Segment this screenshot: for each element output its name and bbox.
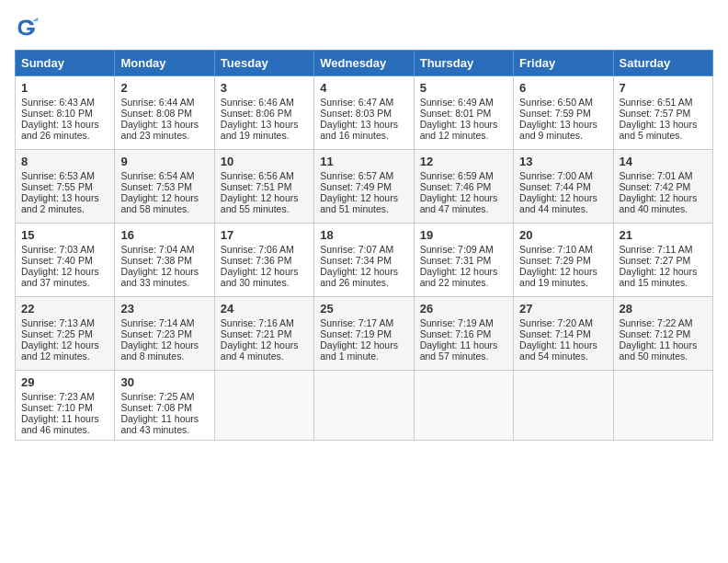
day-info: Sunrise: 6:47 AM [320,97,393,108]
day-info: Sunrise: 7:19 AM [420,317,494,328]
day-info: and 50 minutes. [620,350,688,362]
day-info: Daylight: 12 hours [120,339,199,350]
calendar-table: Sunday Monday Tuesday Wednesday Thursday… [15,50,713,441]
calendar-cell [414,371,513,441]
day-info: Daylight: 12 hours [21,339,99,350]
day-info: Sunset: 7:51 PM [221,181,292,192]
col-sunday: Sunday [16,51,115,76]
day-info: Sunset: 7:36 PM [221,255,292,266]
day-info: Daylight: 12 hours [120,266,199,277]
day-info: and 22 minutes. [420,277,489,288]
day-info: Sunset: 8:08 PM [120,108,192,119]
day-info: Daylight: 12 hours [420,192,498,203]
day-info: and 58 minutes. [120,203,189,214]
calendar-cell: 9Sunrise: 6:54 AMSunset: 7:53 PMDaylight… [115,150,214,224]
calendar-cell: 15Sunrise: 7:03 AMSunset: 7:40 PMDayligh… [16,224,115,297]
day-info: and 12 minutes. [21,350,90,362]
day-number: 12 [420,155,507,168]
calendar-cell: 6Sunrise: 6:50 AMSunset: 7:59 PMDaylight… [514,76,613,150]
day-number: 9 [120,155,208,168]
day-info: Sunset: 7:25 PM [21,328,93,339]
day-info: and 55 minutes. [221,203,290,214]
day-info: Sunrise: 7:22 AM [620,317,693,328]
day-number: 7 [620,81,707,95]
calendar-cell: 24Sunrise: 7:16 AMSunset: 7:21 PMDayligh… [214,297,313,371]
day-info: Sunrise: 7:17 AM [320,317,393,328]
day-number: 5 [420,81,507,95]
day-info: and 46 minutes. [21,424,90,435]
day-info: Sunset: 7:59 PM [519,108,591,119]
calendar-cell: 30Sunrise: 7:25 AMSunset: 7:08 PMDayligh… [115,371,214,441]
col-tuesday: Tuesday [214,51,313,76]
day-number: 27 [519,302,607,316]
calendar-cell: 26Sunrise: 7:19 AMSunset: 7:16 PMDayligh… [414,297,513,371]
day-info: Sunset: 7:44 PM [519,181,591,192]
day-number: 15 [21,228,108,242]
day-number: 3 [221,81,308,95]
day-info: Daylight: 11 hours [120,413,199,424]
day-info: Sunrise: 6:51 AM [620,97,693,108]
day-number: 19 [420,228,507,242]
calendar-cell: 8Sunrise: 6:53 AMSunset: 7:55 PMDaylight… [16,150,115,224]
day-info: Sunset: 7:42 PM [620,181,691,192]
day-info: and 54 minutes. [519,350,588,362]
day-info: Sunset: 7:53 PM [120,181,192,192]
calendar-cell: 23Sunrise: 7:14 AMSunset: 7:23 PMDayligh… [115,297,214,371]
day-info: Sunrise: 6:53 AM [21,170,95,181]
day-info: Sunrise: 7:09 AM [420,244,494,255]
day-info: Sunrise: 6:46 AM [221,97,294,108]
day-info: Daylight: 13 hours [519,119,597,130]
day-number: 22 [21,302,108,316]
col-friday: Friday [514,51,613,76]
day-number: 17 [221,228,308,242]
day-info: Sunset: 7:46 PM [420,181,492,192]
calendar-cell [314,371,414,441]
day-info: and 4 minutes. [221,350,284,362]
col-saturday: Saturday [613,51,712,76]
page-header [15,15,713,40]
day-info: Daylight: 12 hours [320,339,398,350]
day-info: Daylight: 12 hours [420,266,498,277]
day-info: Sunrise: 7:06 AM [221,244,294,255]
day-info: and 57 minutes. [420,350,489,362]
calendar-cell: 2Sunrise: 6:44 AMSunset: 8:08 PMDaylight… [115,76,214,150]
day-info: and 23 minutes. [120,130,189,141]
day-info: Sunset: 7:55 PM [21,181,93,192]
day-info: Sunset: 7:27 PM [620,255,691,266]
day-info: Daylight: 12 hours [620,192,698,203]
col-wednesday: Wednesday [314,51,414,76]
day-info: Sunrise: 7:10 AM [519,244,593,255]
day-info: Sunset: 7:49 PM [320,181,392,192]
calendar-cell: 3Sunrise: 6:46 AMSunset: 8:06 PMDaylight… [214,76,313,150]
day-info: Sunrise: 6:56 AM [221,170,294,181]
day-info: Sunrise: 7:01 AM [620,170,693,181]
day-info: Sunset: 8:01 PM [420,108,492,119]
calendar-cell: 18Sunrise: 7:07 AMSunset: 7:34 PMDayligh… [314,224,414,297]
day-info: and 26 minutes. [320,277,389,288]
day-info: Sunrise: 7:23 AM [21,391,95,402]
day-info: Daylight: 13 hours [620,119,698,130]
day-info: Sunrise: 7:07 AM [320,244,393,255]
day-info: Daylight: 12 hours [519,266,597,277]
day-info: Sunrise: 7:03 AM [21,244,95,255]
calendar-cell: 17Sunrise: 7:06 AMSunset: 7:36 PMDayligh… [214,224,313,297]
day-info: Sunrise: 6:54 AM [120,170,194,181]
day-info: Sunset: 7:57 PM [620,108,691,119]
day-info: and 43 minutes. [120,424,189,435]
day-info: Sunset: 7:08 PM [120,402,192,413]
day-number: 21 [620,228,707,242]
day-number: 29 [21,375,108,389]
day-info: and 44 minutes. [519,203,588,214]
day-number: 25 [320,302,407,316]
calendar-cell: 11Sunrise: 6:57 AMSunset: 7:49 PMDayligh… [314,150,414,224]
day-info: and 37 minutes. [21,277,90,288]
day-info: Sunrise: 6:57 AM [320,170,393,181]
day-info: Sunrise: 7:20 AM [519,317,593,328]
day-info: Daylight: 13 hours [221,119,299,130]
day-info: Daylight: 13 hours [320,119,398,130]
day-info: Sunset: 7:12 PM [620,328,691,339]
day-info: and 40 minutes. [620,203,688,214]
day-info: Sunset: 7:31 PM [420,255,492,266]
day-number: 24 [221,302,308,316]
day-info: Sunrise: 7:25 AM [120,391,194,402]
